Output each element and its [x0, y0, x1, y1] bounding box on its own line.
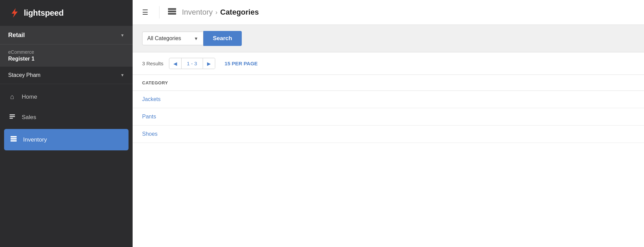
store-name: Register 1 — [8, 56, 124, 62]
per-page-selector[interactable]: 15 PER PAGE — [225, 61, 258, 66]
breadcrumb-inventory[interactable]: Inventory — [182, 8, 213, 17]
category-link-shoes[interactable]: Shoes — [142, 131, 157, 137]
sidebar-nav: ⌂ Home Sales Inventory — [0, 84, 133, 247]
sales-icon — [8, 113, 16, 121]
sidebar-item-inventory-label: Inventory — [23, 136, 47, 143]
breadcrumb-current: Categories — [220, 8, 259, 17]
sidebar-item-sales-label: Sales — [22, 114, 36, 121]
sidebar-item-home-label: Home — [22, 94, 37, 100]
logo-text: lightspeed — [24, 8, 64, 18]
home-icon: ⌂ — [8, 93, 16, 101]
breadcrumb: Inventory › Categories — [182, 8, 259, 17]
sidebar-item-inventory[interactable]: Inventory — [4, 129, 129, 150]
retail-label: Retail — [8, 32, 25, 39]
user-name: Stacey Pham — [8, 72, 40, 78]
svg-rect-2 — [10, 118, 13, 119]
table-row[interactable]: Jackets — [133, 91, 644, 108]
pagination-prev-button[interactable]: ◀ — [169, 59, 181, 69]
main-header: ☰ Inventory › Categories — [133, 0, 644, 25]
table-row[interactable]: Shoes — [133, 126, 644, 143]
svg-rect-6 — [168, 8, 176, 10]
main-content: ☰ Inventory › Categories All Categories … — [133, 0, 644, 247]
svg-rect-4 — [11, 138, 17, 139]
svg-rect-7 — [168, 11, 176, 12]
svg-rect-0 — [10, 114, 15, 115]
search-button[interactable]: Search — [203, 31, 242, 46]
hamburger-icon[interactable]: ☰ — [142, 8, 148, 16]
sidebar: lightspeed Retail ▼ eCommerce Register 1… — [0, 0, 133, 247]
inventory-icon — [10, 135, 18, 144]
user-menu[interactable]: Stacey Pham ▼ — [0, 67, 133, 84]
store-selector[interactable]: eCommerce Register 1 — [0, 44, 133, 67]
category-link-pants[interactable]: Pants — [142, 114, 156, 119]
sidebar-item-sales[interactable]: Sales — [0, 107, 133, 128]
categories-dropdown[interactable]: All Categories ▼ — [142, 32, 203, 45]
svg-rect-1 — [10, 116, 15, 117]
results-count: 3 Results — [142, 61, 164, 66]
categories-table: CATEGORY Jackets Pants Shoes — [133, 75, 644, 247]
header-inventory-icon — [168, 7, 176, 17]
sidebar-item-home[interactable]: ⌂ Home — [0, 87, 133, 107]
category-link-jackets[interactable]: Jackets — [142, 96, 160, 102]
categories-dropdown-label: All Categories — [147, 35, 191, 42]
user-chevron-icon: ▼ — [120, 73, 124, 78]
toolbar: All Categories ▼ Search — [133, 25, 644, 52]
lightspeed-logo-icon — [8, 7, 20, 19]
pagination-next-button[interactable]: ▶ — [203, 59, 215, 69]
svg-rect-5 — [11, 140, 17, 142]
pagination-current: 1 - 3 — [181, 58, 203, 69]
category-column-header: CATEGORY — [142, 80, 168, 85]
breadcrumb-chevron-icon: › — [216, 9, 218, 16]
retail-chevron-icon: ▼ — [120, 33, 124, 38]
pagination: ◀ 1 - 3 ▶ — [169, 58, 215, 69]
sidebar-logo-area: lightspeed — [0, 0, 133, 26]
header-divider — [159, 6, 159, 18]
retail-selector[interactable]: Retail ▼ — [0, 26, 133, 44]
dropdown-chevron-icon: ▼ — [194, 36, 198, 41]
svg-rect-3 — [11, 136, 17, 137]
store-type: eCommerce — [8, 49, 124, 55]
table-row[interactable]: Pants — [133, 108, 644, 126]
results-bar: 3 Results ◀ 1 - 3 ▶ 15 PER PAGE — [133, 52, 644, 75]
table-header: CATEGORY — [133, 75, 644, 91]
svg-rect-8 — [168, 13, 176, 15]
